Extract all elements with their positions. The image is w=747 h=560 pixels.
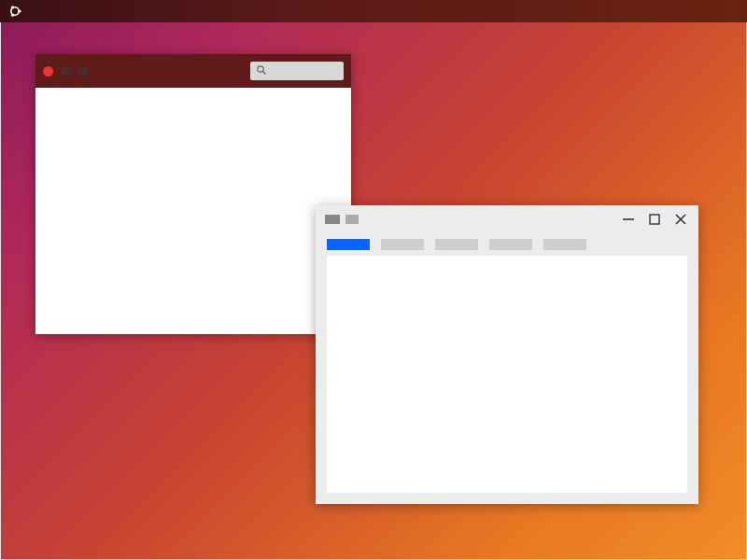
maximize-button[interactable]: [78, 66, 89, 77]
tab-3[interactable]: [435, 239, 478, 250]
close-button[interactable]: [43, 66, 53, 77]
search-input[interactable]: [271, 66, 336, 77]
top-menubar: [0, 0, 747, 22]
search-icon: [256, 63, 267, 79]
ubuntu-window-content: [35, 88, 351, 334]
light-window: [316, 205, 698, 504]
minimize-button[interactable]: [620, 211, 637, 228]
svg-point-4: [258, 66, 263, 72]
light-window-content: [327, 256, 687, 493]
close-button[interactable]: [672, 211, 689, 228]
ubuntu-logo-icon[interactable]: [7, 4, 22, 19]
tab-2[interactable]: [381, 239, 424, 250]
tab-5[interactable]: [543, 239, 586, 250]
tab-4[interactable]: [489, 239, 532, 250]
title-placeholder: [325, 215, 359, 224]
ubuntu-window-titlebar[interactable]: [35, 54, 351, 88]
title-word-icon: [325, 215, 340, 224]
svg-rect-7: [650, 215, 659, 224]
search-box[interactable]: [250, 62, 344, 80]
title-word-icon: [345, 215, 359, 224]
svg-line-5: [263, 72, 266, 75]
light-window-titlebar[interactable]: [316, 205, 698, 233]
tab-1[interactable]: [327, 239, 370, 250]
window-controls-group: [620, 211, 689, 228]
window-controls-group: [43, 66, 89, 77]
maximize-button[interactable]: [646, 211, 663, 228]
desktop: [0, 0, 747, 560]
svg-point-1: [18, 9, 21, 12]
svg-point-3: [11, 14, 14, 17]
ubuntu-window: [35, 54, 351, 334]
tab-strip: [316, 233, 698, 256]
minimize-button[interactable]: [61, 66, 71, 77]
svg-point-2: [11, 6, 14, 8]
